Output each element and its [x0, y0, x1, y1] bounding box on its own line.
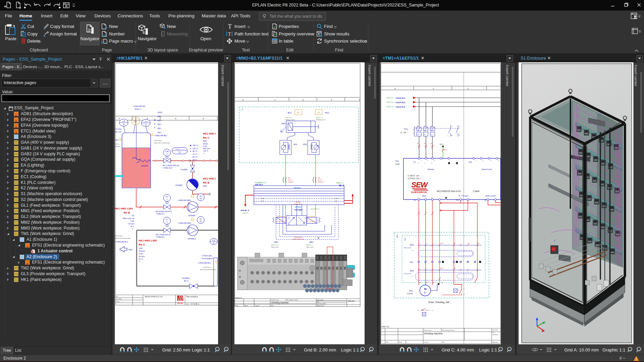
svg-text:V1: V1: [426, 282, 427, 283]
svg-text:-BL1: -BL1: [115, 139, 119, 141]
svg-text:Date: Date: [186, 303, 189, 305]
svg-text:-MM1: -MM1: [281, 123, 286, 125]
svg-text:Setpoint input: Setpoint input: [481, 168, 492, 170]
svg-text:12Q4: 12Q4: [261, 198, 264, 199]
svg-text:Motor: Motor: [422, 195, 427, 197]
svg-text:Name: Name: [399, 342, 402, 343]
svg-text:=K2-W_3: =K2-W_3: [240, 209, 249, 211]
svg-text:ePLAN: ePLAN: [177, 302, 183, 304]
svg-text:20: 20: [123, 124, 125, 125]
svg-text:ESS_Sample_Project: ESS_Sample_Project: [442, 330, 455, 331]
svg-text:BK: BK: [468, 243, 470, 244]
svg-text:L3: L3: [431, 162, 432, 164]
svg-text:Brake resistor: Brake resistor: [486, 195, 496, 197]
svg-text:**: **: [203, 153, 204, 155]
svg-text:EPLAN: EPLAN: [348, 300, 354, 302]
svg-text:Project name: Project name: [271, 299, 279, 301]
svg-text:=GAA-2L2: =GAA-2L2: [395, 101, 405, 104]
svg-text:L IR: L IR: [122, 121, 125, 122]
svg-text:EURODRIVE: EURODRIVE: [411, 191, 427, 193]
svg-text:Creator: Creator: [424, 342, 428, 343]
svg-text:1,5kW: 1,5kW: [395, 163, 400, 165]
svg-text:F C: F C: [166, 219, 168, 221]
svg-text:PE: PE: [441, 282, 442, 283]
svg-text:DIN47100: DIN47100: [318, 182, 323, 183]
svg-text:Valve coil 5: Valve coil 5: [271, 246, 279, 248]
svg-text:-RN1: -RN1: [293, 143, 297, 145]
svg-text:=.HW1+B4-M1: =.HW1+B4-M1: [133, 105, 145, 107]
svg-text:U1: U1: [419, 282, 420, 283]
svg-text:MFS1/ 1.1: MFS1/ 1.1: [286, 117, 292, 119]
svg-text:SEW: SEW: [411, 180, 428, 189]
svg-text:-XZ1: -XZ1: [409, 261, 413, 263]
svg-text:001: 001: [492, 332, 494, 333]
svg-text:130 °C: 130 °C: [193, 144, 198, 146]
svg-text:ator red: ator red: [115, 131, 121, 133]
svg-text:2,5: 2,5: [424, 145, 426, 147]
svg-text:Paint workpiece: Paint workpiece: [186, 296, 198, 298]
svg-text:EPLAN GmbH & Co. KG: EPLAN GmbH & Co. KG: [145, 296, 163, 298]
svg-text:22: 22: [179, 152, 181, 153]
svg-text:DU: DU: [200, 218, 202, 220]
svg-text:I>: I>: [431, 133, 433, 136]
svg-text:Grinding machine: Grinding machine: [424, 332, 443, 335]
svg-text:9/12/2023: 9/12/2023: [190, 303, 197, 305]
svg-text:4: 4: [498, 160, 499, 161]
svg-text:-MA1: -MA1: [409, 290, 413, 292]
svg-text:=.HW4+B4-BL1: =.HW4+B4-BL1: [198, 262, 211, 264]
svg-text:DIN47100: DIN47100: [288, 182, 293, 183]
svg-text:analog): analog): [115, 145, 120, 147]
svg-text:4: 4: [147, 117, 148, 120]
svg-text:W1: W1: [433, 282, 434, 284]
svg-text:BK: BK: [431, 143, 432, 144]
svg-text:Limit sensor: Limit sensor: [154, 140, 162, 141]
svg-text:L S!: L S!: [212, 239, 215, 241]
svg-text:10L: 10L: [199, 221, 202, 222]
svg-text:I>: I>: [418, 133, 419, 136]
svg-text:500 l: 500 l: [157, 123, 162, 125]
svg-text:-WE1.4: -WE1.4: [439, 144, 444, 145]
svg-text:0: 0: [395, 88, 396, 90]
svg-text:Date: Date: [235, 305, 238, 306]
svg-text:=.HW2+B4-MA2: =.HW2+B4-MA2: [178, 222, 191, 224]
svg-text:-RN2: -RN2: [303, 143, 307, 145]
svg-text:1: 1: [420, 160, 421, 161]
svg-text:5: 5: [175, 117, 177, 120]
svg-text:=.HW2-FL1: =.HW2-FL1: [156, 213, 165, 215]
svg-text:X1: X1: [413, 161, 416, 163]
svg-text:Stirrer 1: Stirrer 1: [135, 108, 141, 110]
svg-text:14: 14: [279, 219, 281, 221]
svg-text:ESS_Sample_Project: ESS_Sample_Project: [286, 299, 298, 301]
svg-text:=K2-XL4: =K2-XL4: [255, 184, 263, 186]
svg-text:Date: Date: [386, 342, 388, 343]
svg-text:110 °C: 110 °C: [193, 147, 198, 149]
svg-text:-FC1: -FC1: [403, 128, 408, 130]
svg-text:21: 21: [458, 126, 460, 127]
svg-text:/: /: [394, 101, 394, 103]
svg-text:3+B2.Y1/1: 3+B2.Y1/1: [381, 326, 389, 328]
svg-text:Network: Network: [428, 168, 434, 170]
svg-text:RK C PN20 DIN VA: RK C PN20 DIN VA: [163, 164, 179, 167]
svg-text:RK C PN20 DIN VA: RK C PN20 DIN VA: [156, 234, 171, 236]
svg-text:011: 011: [132, 215, 134, 217]
svg-text:ed by: ed by: [116, 301, 120, 302]
svg-text:2,5: 2,5: [431, 145, 432, 147]
svg-text:10...16A: 10...16A: [400, 132, 406, 133]
svg-text:14: 14: [451, 135, 452, 136]
svg-text:MFS1/ 1.3: MFS1/ 1.3: [316, 117, 323, 119]
svg-text:22: 22: [458, 135, 460, 136]
svg-text:Switch off via ultrasound: Switch off via ultrasound: [154, 142, 170, 144]
svg-text:I>: I>: [425, 133, 426, 136]
svg-text:0: 0: [242, 99, 244, 101]
svg-text:90 °C: 90 °C: [193, 150, 197, 152]
svg-text:Switch off via ultrasound: Switch off via ultrasound: [115, 237, 131, 239]
svg-text:800 l: 800 l: [157, 115, 162, 117]
svg-text:1000 l: 1000 l: [157, 111, 163, 113]
svg-text:E002: E002: [203, 185, 207, 187]
svg-text:4x0,34: 4x0,34: [318, 179, 322, 181]
svg-text:=GL2/ 1.0: =GL2/ 1.0: [386, 97, 393, 99]
svg-text:Grinding machine: Grinding machine: [271, 301, 289, 304]
svg-text:BK: BK: [454, 243, 456, 244]
svg-text:M00 /: M00 /: [128, 249, 133, 251]
svg-text:BK: BK: [424, 143, 426, 144]
